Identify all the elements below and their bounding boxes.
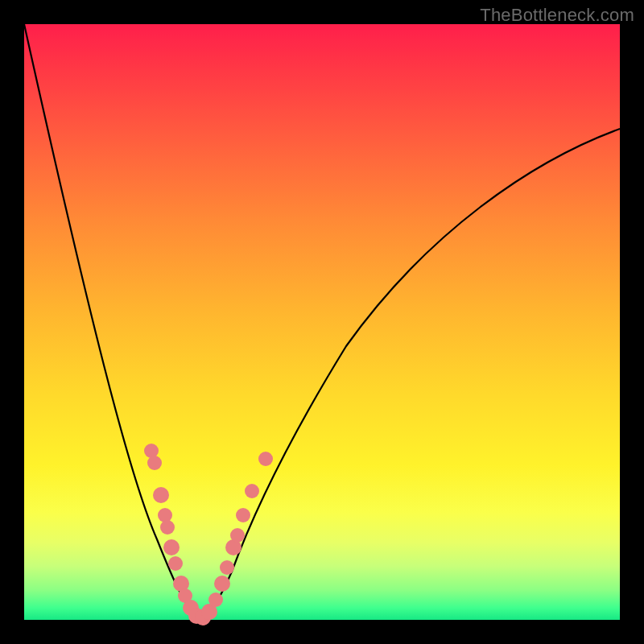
data-dot	[160, 520, 175, 535]
data-dot	[220, 560, 234, 575]
data-dots	[144, 444, 273, 625]
watermark-text: TheBottleneck.com	[480, 5, 634, 26]
chart-frame: TheBottleneck.com	[0, 0, 644, 644]
data-dot	[258, 452, 273, 466]
plot-area	[24, 24, 620, 620]
data-dot	[230, 528, 245, 543]
data-dot	[158, 508, 172, 522]
data-dot	[214, 576, 230, 592]
data-dot	[208, 592, 223, 607]
data-dot	[153, 487, 169, 503]
data-dot	[163, 539, 180, 555]
data-dot	[168, 556, 183, 571]
data-dot	[147, 456, 162, 470]
data-dot	[236, 508, 250, 522]
curve-layer	[24, 24, 620, 620]
bottleneck-curve	[24, 24, 620, 618]
data-dot	[245, 484, 259, 498]
